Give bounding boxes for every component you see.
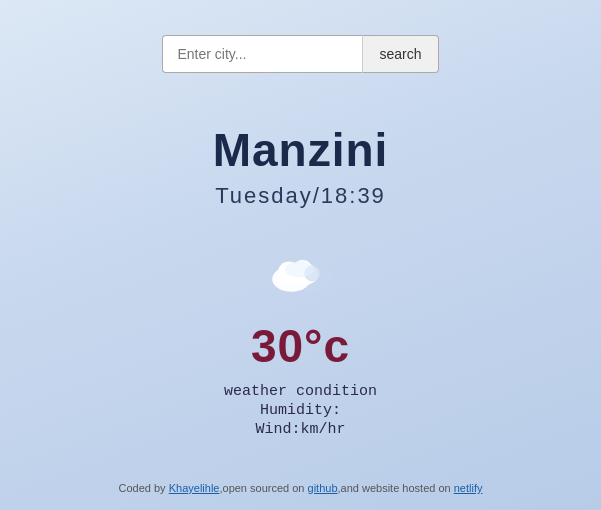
datetime: Tuesday/18:39 [215,183,386,209]
humidity: Humidity: [260,402,341,419]
netlify-link[interactable]: netlify [454,482,483,494]
open-source-text: ,open sourced on [219,482,307,494]
weather-icon [261,239,341,299]
wind: Wind:km/hr [255,421,345,438]
search-button[interactable]: search [362,35,438,73]
temperature: 30°c [251,319,350,373]
search-bar: search [162,35,438,73]
coded-by-text: Coded by [119,482,169,494]
weather-condition: weather condition [224,383,377,400]
weather-details: weather condition Humidity: Wind:km/hr [224,383,377,438]
github-link[interactable]: github [308,482,338,494]
search-input[interactable] [162,35,362,73]
hosted-text: ,and website hosted on [338,482,454,494]
footer: Coded by Khayelihle,open sourced on gith… [119,482,483,494]
author-link[interactable]: Khayelihle [169,482,220,494]
svg-point-6 [285,261,314,277]
city-name: Manzini [213,123,389,177]
